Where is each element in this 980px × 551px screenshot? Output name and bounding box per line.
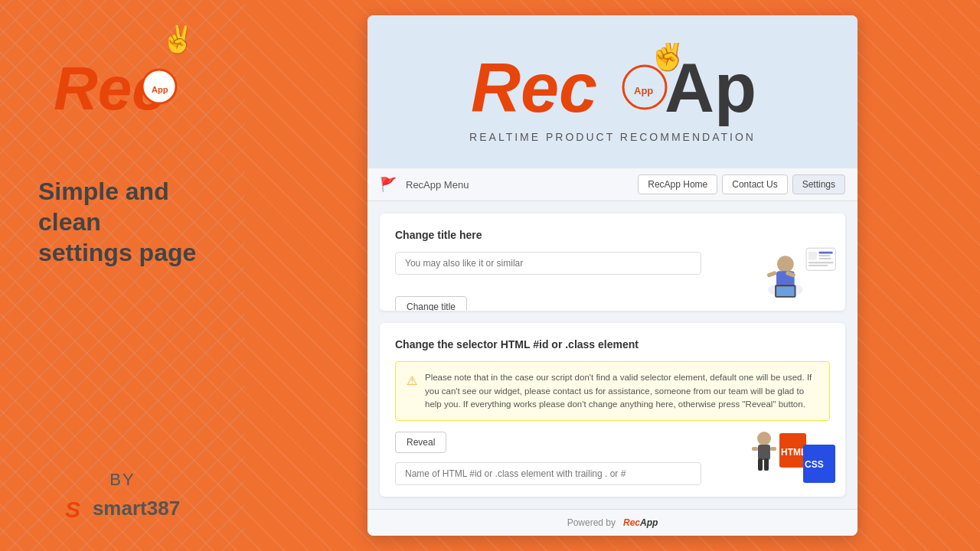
app-nav: 🚩 RecApp Menu RecApp Home Contact Us Set… (368, 168, 858, 201)
change-selector-card-title: Change the selector HTML #id or .class e… (395, 338, 830, 350)
svg-text:S: S (65, 497, 80, 520)
svg-text:App: App (665, 50, 758, 126)
app-footer: Powered by RecApp (368, 509, 858, 536)
nav-buttons: RecApp Home Contact Us Settings (638, 174, 845, 194)
svg-rect-29 (764, 458, 769, 471)
svg-rect-18 (808, 252, 817, 260)
contact-us-button[interactable]: Contact Us (722, 174, 787, 194)
svg-text:CSS: CSS (805, 459, 824, 470)
main-content: Rec App ✌ App Realtime Product Recommend… (245, 0, 980, 551)
app-header: Rec App ✌ App Realtime Product Recommend… (368, 15, 858, 168)
app-logo-subtitle: Realtime Product Recommendation (469, 131, 756, 143)
change-selector-card: Change the selector HTML #id or .class e… (380, 323, 845, 497)
sidebar-logo: Rec App ✌ (46, 23, 199, 145)
svg-rect-27 (770, 447, 776, 451)
selector-input[interactable] (395, 462, 701, 485)
svg-rect-21 (818, 258, 831, 259)
by-label: BY (65, 470, 180, 490)
change-title-card: Change title here Change title (380, 214, 845, 311)
title-input[interactable] (395, 252, 701, 275)
sidebar: Rec App ✌ Simple and clean settings page… (0, 0, 245, 551)
card2-illustration: HTML CSS (747, 422, 839, 491)
svg-rect-19 (818, 252, 832, 254)
app-window: Rec App ✌ App Realtime Product Recommend… (368, 15, 858, 536)
svg-rect-20 (818, 256, 830, 257)
smart387-logo: S smart387 (65, 496, 180, 520)
reveal-button[interactable]: Reveal (395, 432, 446, 453)
change-title-button[interactable]: Change title (395, 296, 467, 311)
svg-rect-23 (808, 265, 828, 266)
svg-rect-16 (776, 287, 795, 297)
svg-text:App: App (634, 85, 653, 96)
svg-point-24 (757, 432, 771, 445)
footer-powered-by: Powered by (567, 517, 616, 528)
svg-rect-13 (766, 271, 777, 278)
sidebar-by-section: BY S smart387 (65, 470, 180, 520)
svg-rect-26 (752, 447, 758, 451)
card1-illustration (761, 242, 838, 303)
footer-brand: RecApp (623, 517, 658, 528)
recapp-home-button[interactable]: RecApp Home (638, 174, 717, 194)
recapp-logo-main: Rec App ✌ App (467, 43, 758, 127)
html-css-illustration: HTML CSS (747, 422, 839, 491)
svg-text:✌: ✌ (161, 25, 195, 55)
settings-button[interactable]: Settings (792, 174, 845, 194)
smart387-text: smart387 (93, 497, 180, 520)
app-logo-text: Rec App ✌ App (467, 43, 758, 127)
warning-text: Please note that in the case our script … (425, 371, 818, 411)
nav-menu-label: RecApp Menu (406, 179, 632, 191)
warning-box: ⚠ Please note that in the case our scrip… (395, 361, 830, 421)
svg-point-11 (777, 256, 794, 273)
smart387-s-icon: S (65, 496, 90, 520)
change-title-card-title: Change title here (395, 229, 830, 241)
svg-rect-22 (808, 262, 834, 264)
recapp-logo-sidebar: Rec App ✌ (46, 25, 199, 144)
sidebar-tagline: Simple and clean settings page (15, 176, 230, 268)
svg-text:App: App (152, 85, 168, 94)
svg-text:Rec: Rec (471, 50, 597, 126)
svg-rect-25 (758, 445, 770, 460)
nav-flag-icon: 🚩 (380, 176, 397, 193)
app-logo-area: Rec App ✌ App Realtime Product Recommend… (467, 43, 758, 143)
svg-rect-28 (758, 458, 763, 471)
app-body: Change title here Change title (368, 201, 858, 509)
svg-text:HTML: HTML (781, 447, 806, 458)
warning-icon: ⚠ (407, 372, 417, 390)
person-coding-illustration (761, 242, 838, 303)
